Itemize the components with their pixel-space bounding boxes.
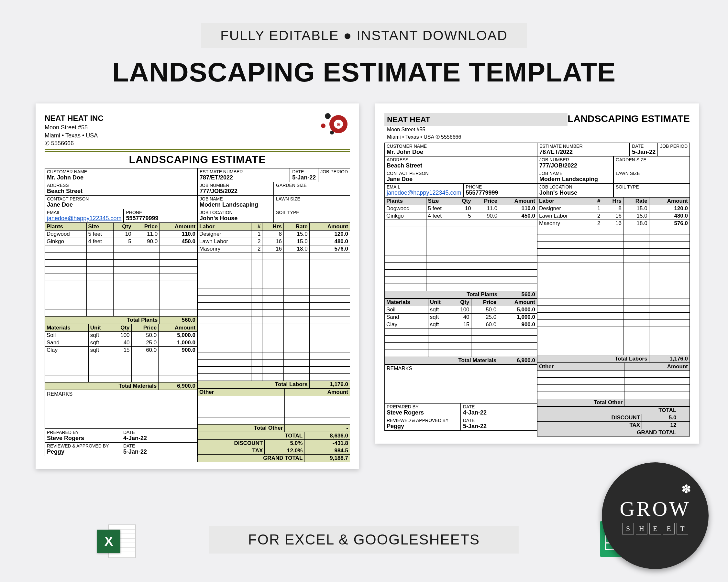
brand-name: NEAT HEAT INC bbox=[45, 113, 104, 123]
footer-band: FOR EXCEL & GOOGLESHEETS bbox=[209, 526, 519, 554]
remarks-box: REMARKS bbox=[384, 364, 537, 403]
excel-icon: X bbox=[97, 524, 136, 559]
labor-table: Labor#HrsRateAmount Designer1815.0120.0 … bbox=[537, 197, 690, 363]
materials-table: MaterialsUnitQtyPriceAmount Soilsqft1005… bbox=[45, 324, 198, 390]
brand-street: Moon Street #55 bbox=[384, 126, 568, 133]
email-link[interactable]: janedoe@happy122345.com bbox=[47, 215, 121, 221]
template-preview-olive: NEAT HEAT INC Moon Street #55 Miami • Te… bbox=[35, 104, 359, 469]
other-table: OtherAmount Total Other- bbox=[198, 388, 350, 432]
grow-sheet-badge: ✽ GROW S H E E T bbox=[602, 462, 709, 569]
main-title: LANDSCAPING ESTIMATE TEMPLATE bbox=[112, 57, 616, 88]
plants-table: PlantsSizeQtyPriceAmount Dogwood5 feet10… bbox=[45, 223, 198, 324]
doc-title: LANDSCAPING ESTIMATE bbox=[45, 154, 350, 166]
totals-table: TOTAL8,636.0 DISCOUNT5.0%-431.8 TAX12.0%… bbox=[198, 432, 350, 462]
top-badge: FULLY EDITABLE ● INSTANT DOWNLOAD bbox=[201, 23, 527, 48]
labor-table: Labor#HrsRateAmount Designer1815.0120.0 … bbox=[198, 223, 350, 388]
totals-table: TOTAL DISCOUNT5.0 TAX12 GRAND TOTAL bbox=[537, 407, 690, 437]
plants-table: PlantsSizeQtyPriceAmount Dogwood5 feet10… bbox=[384, 197, 537, 299]
brand-block: NEAT HEAT INC Moon Street #55 Miami • Te… bbox=[45, 113, 104, 147]
brand-city: Miami • Texas • USA ✆ 5556666 bbox=[384, 133, 568, 141]
brand-street: Moon Street #55 bbox=[45, 123, 104, 131]
materials-table: MaterialsUnitQtyPriceAmount Soilsqft1005… bbox=[384, 299, 537, 364]
email-link[interactable]: janedoe@happy122345.com bbox=[387, 190, 461, 196]
logo-icon: ⊕ bbox=[321, 113, 350, 136]
brand-city: Miami • Texas • USA bbox=[45, 132, 104, 139]
other-table: OtherAmount Total Other bbox=[537, 363, 690, 407]
doc-title: LANDSCAPING ESTIMATE bbox=[568, 113, 690, 124]
template-preview-grey: NEAT HEAT Moon Street #55 Miami • Texas … bbox=[375, 104, 699, 444]
brand-phone: ✆ 5556666 bbox=[45, 139, 104, 147]
star-icon: ✽ bbox=[681, 482, 691, 496]
remarks-box: REMARKS bbox=[45, 390, 198, 429]
brand-name: NEAT HEAT bbox=[384, 113, 568, 126]
